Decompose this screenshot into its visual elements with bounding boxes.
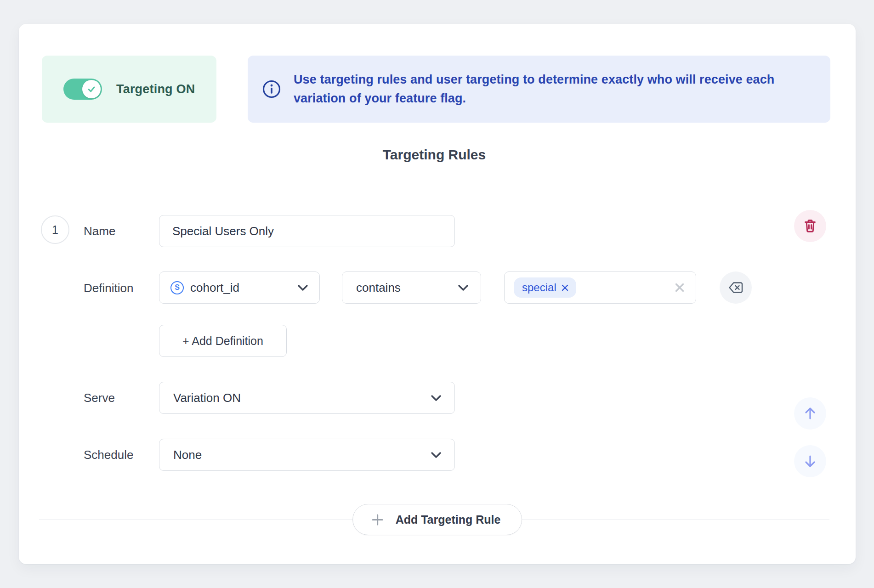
- section-title: Targeting Rules: [383, 147, 486, 163]
- name-label: Name: [84, 224, 115, 238]
- serve-dropdown[interactable]: Variation ON: [159, 382, 455, 414]
- operator-dropdown[interactable]: contains: [342, 271, 481, 304]
- chevron-down-icon: [431, 452, 442, 458]
- arrow-up-icon: [802, 406, 818, 421]
- targeting-toggle-box: Targeting ON: [42, 56, 216, 123]
- value-chip-label: special: [522, 281, 556, 294]
- add-targeting-rule-button[interactable]: Add Targeting Rule: [352, 504, 522, 535]
- section-header: Targeting Rules: [39, 145, 829, 165]
- serve-dropdown-value: Variation ON: [173, 391, 431, 405]
- definition-label: Definition: [84, 281, 133, 295]
- header-divider-right: [499, 155, 829, 155]
- rule-name-input[interactable]: [159, 215, 455, 247]
- trash-icon: [803, 218, 817, 234]
- page-background: { "toggle": { "label": "Targeting ON", "…: [0, 0, 874, 588]
- add-definition-button[interactable]: + Add Definition: [159, 325, 287, 357]
- info-icon: [262, 79, 281, 99]
- clear-definition-button[interactable]: [720, 271, 752, 304]
- move-rule-up-button[interactable]: [794, 397, 826, 430]
- move-rule-down-button[interactable]: [794, 445, 826, 477]
- chip-remove-icon[interactable]: [561, 284, 569, 292]
- values-input[interactable]: special: [504, 271, 696, 304]
- schedule-dropdown[interactable]: None: [159, 439, 455, 471]
- toggle-knob: [82, 80, 101, 98]
- attribute-dropdown-value: cohort_id: [190, 281, 297, 295]
- s-badge-icon: S: [170, 281, 184, 294]
- attribute-dropdown[interactable]: S cohort_id: [159, 271, 320, 304]
- rule-number-badge: 1: [41, 215, 69, 244]
- chevron-down-icon: [431, 395, 442, 401]
- chevron-down-icon: [297, 284, 308, 291]
- arrow-down-icon: [802, 453, 818, 469]
- info-banner: Use targeting rules and user targeting t…: [248, 56, 830, 123]
- schedule-label: Schedule: [84, 448, 133, 462]
- backspace-icon: [728, 281, 743, 294]
- clear-values-icon[interactable]: [675, 283, 685, 293]
- delete-rule-button[interactable]: [794, 210, 826, 242]
- info-banner-text: Use targeting rules and user targeting t…: [294, 70, 794, 108]
- targeting-toggle[interactable]: [63, 79, 102, 100]
- serve-label: Serve: [84, 391, 115, 405]
- schedule-dropdown-value: None: [173, 448, 431, 462]
- chevron-down-icon: [458, 284, 469, 291]
- targeting-card: Targeting ON Use targeting rules and use…: [19, 24, 856, 564]
- targeting-toggle-label: Targeting ON: [116, 82, 195, 96]
- operator-dropdown-value: contains: [356, 281, 458, 295]
- add-targeting-rule-label: Add Targeting Rule: [396, 513, 501, 526]
- check-icon: [86, 84, 96, 94]
- value-chip: special: [514, 277, 576, 298]
- header-divider-left: [39, 155, 370, 155]
- plus-icon: [371, 514, 384, 526]
